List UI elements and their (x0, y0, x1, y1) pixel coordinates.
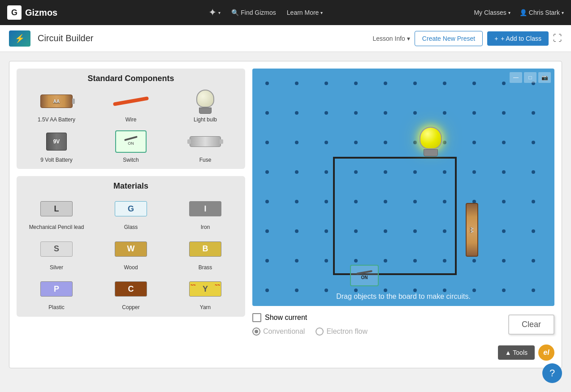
subheader-actions: Lesson Info ▾ Create New Preset + + Add … (372, 31, 562, 46)
my-classes-link[interactable]: My Classes ▾ (474, 9, 510, 16)
electron-flow-radio-item[interactable]: Electron flow (316, 327, 368, 336)
materials-section: Materials L Mechanical Pencil lead G Gla… (17, 176, 245, 317)
controls-area: Show current Conventional Electron flow (252, 310, 554, 339)
silver-label: Silver (50, 264, 63, 271)
board-toolbar: — □ 📷 (510, 72, 551, 83)
flow-type-radio-row: Conventional Electron flow (252, 327, 499, 336)
material-copper-item[interactable]: C Copper (96, 276, 165, 311)
help-button[interactable]: ? (542, 363, 562, 383)
battery-9v-visual (39, 129, 74, 154)
show-current-label: Show current (265, 314, 307, 322)
wood-icon: W (115, 241, 147, 257)
switch-icon (115, 130, 147, 153)
conventional-radio[interactable] (252, 327, 260, 336)
search-icon: 🔍 (231, 9, 239, 16)
tools-bar: ▲ Tools el (252, 345, 554, 361)
wood-label: Wood (124, 264, 138, 271)
fuse-item[interactable]: Fuse (171, 129, 240, 164)
switch-item[interactable]: Switch (96, 129, 165, 164)
nav-icon-button[interactable]: ✦ ▾ (208, 7, 221, 18)
board-toolbar-btn-1[interactable]: — (510, 72, 522, 83)
material-glass-item[interactable]: G Glass (96, 196, 165, 231)
main-content: Standard Components 1.5V AA Battery (0, 52, 571, 377)
yarn-label: Yarn (200, 304, 211, 311)
svg-rect-1 (252, 69, 554, 306)
board-toolbar-btn-2[interactable]: □ (524, 72, 536, 83)
material-pencil-item[interactable]: L Mechanical Pencil lead (22, 196, 91, 231)
battery-aa-icon (40, 95, 73, 108)
g-logo-icon: G (7, 5, 22, 20)
electron-flow-radio[interactable] (316, 327, 324, 336)
material-brass-item[interactable]: B Brass (171, 237, 240, 271)
wire-item[interactable]: Wire (96, 89, 165, 124)
show-current-row: Show current (252, 313, 499, 322)
circuit-switch-label: ON (361, 275, 368, 280)
circuit-left-wire (333, 157, 335, 275)
battery-9v-item[interactable]: 9 Volt Battery (22, 129, 91, 164)
standard-components-section: Standard Components 1.5V AA Battery (17, 69, 245, 169)
learn-more-caret: ▾ (320, 10, 323, 15)
material-yarn-item[interactable]: ~~Y~~ Yarn (171, 276, 240, 311)
navbar: G Gizmos ✦ ▾ 🔍 Find Gizmos Learn More ▾ … (0, 0, 571, 25)
lesson-info-button[interactable]: Lesson Info ▾ (372, 35, 410, 42)
page-title: Circuit Builder (38, 33, 365, 43)
standard-components-title: Standard Components (22, 74, 240, 83)
drag-hint: Drag objects to the board to make circui… (252, 293, 554, 301)
clear-button[interactable]: Clear (508, 314, 554, 335)
battery-aa-label: 1.5V AA Battery (38, 116, 75, 124)
switch-visual-container (113, 129, 149, 154)
wire-icon (113, 96, 149, 106)
wire-label: Wire (125, 116, 137, 124)
material-iron-item[interactable]: I Iron (171, 196, 240, 231)
show-current-checkbox[interactable] (252, 313, 261, 322)
gizmo-icon: ⚡ (9, 30, 30, 47)
glass-label: Glass (124, 224, 138, 231)
battery-aa-item[interactable]: 1.5V AA Battery (22, 89, 91, 124)
battery-aa-visual (39, 89, 74, 114)
subheader: ⚡ Circuit Builder Lesson Info ▾ Create N… (0, 25, 571, 52)
right-panel: AA ON — □ 📷 Drag objects to the board to… (252, 69, 554, 361)
plastic-label: Plastic (48, 304, 64, 311)
tools-button[interactable]: ▲ Tools (498, 345, 535, 360)
tools-logo: el (538, 345, 554, 361)
navbar-center: ✦ ▾ 🔍 Find Gizmos Learn More ▾ (66, 7, 465, 18)
circuit-bulb-base (424, 149, 438, 156)
plastic-icon: P (40, 281, 73, 297)
battery-9v-icon (46, 133, 67, 151)
pencil-label: Mechanical Pencil lead (29, 224, 84, 231)
find-gizmos-link[interactable]: 🔍 Find Gizmos (231, 9, 276, 16)
user-icon: 👤 (519, 9, 527, 16)
material-wood-item[interactable]: W Wood (96, 237, 165, 271)
conventional-label: Conventional (263, 327, 305, 336)
electron-flow-label: Electron flow (326, 327, 368, 336)
brand-name: Gizmos (25, 8, 57, 18)
my-classes-caret: ▾ (508, 10, 510, 15)
yarn-icon: ~~Y~~ (189, 281, 221, 297)
nav-icon-caret: ▾ (218, 10, 221, 15)
circuit-board[interactable]: AA ON — □ 📷 Drag objects to the board to… (252, 69, 554, 306)
lesson-info-caret: ▾ (407, 35, 410, 42)
circuit-right-wire (455, 157, 457, 275)
gizmo-container: Standard Components 1.5V AA Battery (9, 61, 562, 368)
glass-icon: G (115, 201, 147, 216)
standard-components-grid: 1.5V AA Battery Wire (22, 89, 240, 164)
add-to-class-button[interactable]: + + Add to Class (487, 31, 549, 46)
plus-icon: + (494, 35, 498, 42)
brand-logo[interactable]: G Gizmos (7, 5, 57, 20)
fullscreen-button[interactable]: ⛶ (553, 33, 562, 43)
circuit-switch-arm (356, 270, 372, 274)
copper-icon: C (115, 281, 147, 297)
fuse-visual-container (187, 129, 223, 154)
conventional-radio-item[interactable]: Conventional (252, 327, 305, 336)
material-silver-item[interactable]: S Silver (22, 237, 91, 271)
material-plastic-item[interactable]: P Plastic (22, 276, 91, 311)
pencil-icon: L (40, 201, 73, 216)
brass-label: Brass (199, 264, 212, 271)
create-preset-button[interactable]: Create New Preset (415, 31, 483, 46)
learn-more-link[interactable]: Learn More ▾ (287, 9, 323, 16)
circuit-switch: ON (350, 265, 379, 286)
user-account-link[interactable]: 👤 Chris Stark ▾ (519, 9, 564, 16)
board-camera-btn[interactable]: 📷 (538, 72, 551, 83)
light-bulb-item[interactable]: Light bulb (171, 89, 240, 124)
iron-label: Iron (201, 224, 210, 231)
